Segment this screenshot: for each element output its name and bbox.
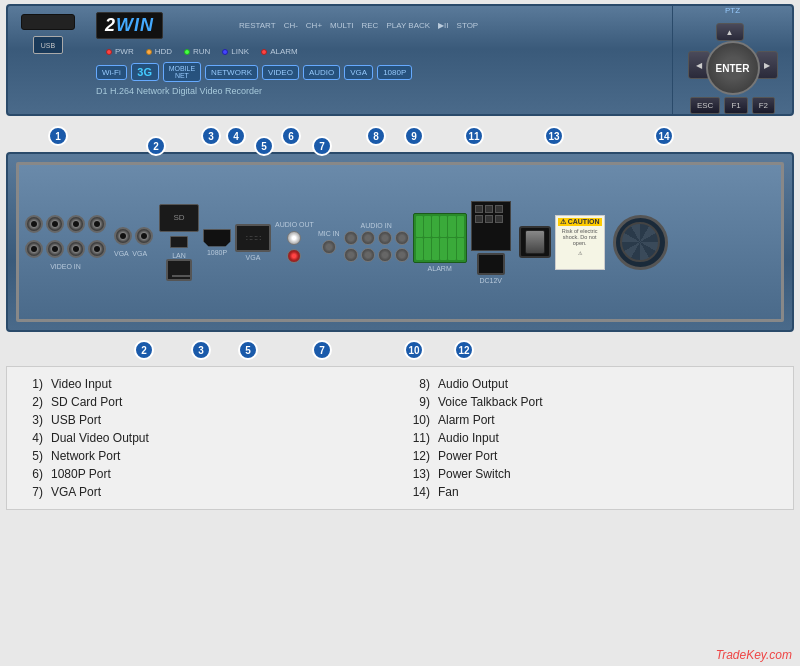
bnc-7[interactable] (67, 240, 85, 258)
ir-port (21, 14, 75, 30)
sd-slot[interactable]: SD (159, 204, 199, 232)
power-switch[interactable] (519, 226, 551, 258)
callout-12-bottom: 12 (454, 340, 474, 360)
alarm-indicator: ALARM (261, 47, 298, 56)
callout-9: 9 (404, 126, 424, 146)
legend-item-10: 10) Alarm Port (410, 411, 777, 429)
mic-rca[interactable] (322, 240, 336, 254)
bnc-3[interactable] (67, 215, 85, 233)
callout-2-bottom: 2 (134, 340, 154, 360)
video-output-section: VGA VGA (112, 223, 155, 261)
stop-btn[interactable]: STOP (457, 21, 479, 30)
front-panel: 2WIN RESTART CH- CH+ MULTI REC PLAY BACK… (6, 4, 794, 116)
audio-out-rca-2[interactable] (287, 249, 301, 263)
play-pause-btn[interactable]: ▶II (438, 21, 448, 30)
audio-in-section: AUDIO IN (344, 222, 409, 262)
legend-item-4: 4) Dual Video Output (23, 429, 390, 447)
bnc-5[interactable] (25, 240, 43, 258)
legend-item-13: 13) Power Switch (410, 465, 777, 483)
vga-port[interactable] (235, 224, 271, 252)
callout-5: 5 (254, 136, 274, 156)
power-port-section: DC12V (471, 201, 511, 284)
audio-out-rca-1[interactable] (287, 231, 301, 245)
audio-in-rca-4[interactable] (395, 231, 409, 245)
restart-btn[interactable]: RESTART (239, 21, 276, 30)
hdmi-port[interactable] (203, 229, 231, 247)
audio-in-rca-7[interactable] (378, 248, 392, 262)
usb-front-port[interactable] (33, 36, 63, 54)
callout-3: 3 (201, 126, 221, 146)
legend: 1) Video Input 2) SD Card Port 3) USB Po… (6, 366, 794, 510)
audio-out-section: AUDIO OUT (275, 221, 314, 263)
power-switch-section (519, 226, 551, 258)
mic-section: MIC IN (318, 230, 340, 254)
wifi-btn[interactable]: Wi-Fi (96, 65, 127, 80)
legend-item-12: 12) Power Port (410, 447, 777, 465)
3g-btn[interactable]: 3G (131, 63, 159, 81)
hdd-indicator: HDD (146, 47, 172, 56)
callout-10-bottom: 10 (404, 340, 424, 360)
legend-item-14: 14) Fan (410, 483, 777, 501)
f1-btn[interactable]: F1 (724, 97, 747, 114)
rec-btn[interactable]: REC (361, 21, 378, 30)
callout-13: 13 (544, 126, 564, 146)
ch-minus-btn[interactable]: CH- (284, 21, 298, 30)
audio-btn[interactable]: AUDIO (303, 65, 340, 80)
vga-btn[interactable]: VGA (344, 65, 373, 80)
bnc-4[interactable] (88, 215, 106, 233)
callout-6: 6 (281, 126, 301, 146)
alarm-block (471, 201, 511, 251)
fan-vent (613, 215, 668, 270)
f2-btn[interactable]: F2 (752, 97, 775, 114)
bnc-2[interactable] (46, 215, 64, 233)
1080p-btn[interactable]: 1080P (377, 65, 412, 80)
callout-4: 4 (226, 126, 246, 146)
callout-14: 14 (654, 126, 674, 146)
audio-in-rca-1[interactable] (344, 231, 358, 245)
sd-card-section: SD LAN (159, 204, 199, 281)
legend-item-9: 9) Voice Talkback Port (410, 393, 777, 411)
watermark: TradeKey.com (716, 648, 792, 662)
audio-in-rca-5[interactable] (344, 248, 358, 262)
multi-btn[interactable]: MULTI (330, 21, 353, 30)
playback-btn[interactable]: PLAY BACK (386, 21, 430, 30)
caution-sticker: ⚠ CAUTION Risk of electric shock. Do not… (555, 215, 605, 270)
usb-port[interactable] (170, 236, 188, 248)
bnc-8[interactable] (88, 240, 106, 258)
audio-in-rca-2[interactable] (361, 231, 375, 245)
ch-plus-btn[interactable]: CH+ (306, 21, 322, 30)
video-input-section: VIDEO IN (23, 211, 108, 274)
fan-section (613, 215, 668, 270)
audio-in-rca-3[interactable] (378, 231, 392, 245)
enter-btn[interactable]: ENTER (706, 41, 760, 95)
nav-up-btn[interactable]: ▲ (716, 23, 744, 41)
callout-11: 11 (464, 126, 484, 146)
legend-item-5: 5) Network Port (23, 447, 390, 465)
bnc-6[interactable] (46, 240, 64, 258)
video-btn[interactable]: VIDEO (262, 65, 299, 80)
back-panel: VIDEO IN VGA VGA SD LAN (6, 152, 794, 332)
bnc-out-1[interactable] (114, 227, 132, 245)
hdmi-section: 1080P (203, 229, 231, 256)
back-panel-wrapper: 1 2 3 4 5 6 7 8 9 11 13 14 (6, 122, 794, 364)
audio-in-rca-8[interactable] (395, 248, 409, 262)
callout-2: 2 (146, 136, 166, 156)
bnc-out-2[interactable] (135, 227, 153, 245)
esc-btn[interactable]: ESC (690, 97, 720, 114)
dc12v-connector[interactable] (477, 253, 505, 275)
legend-item-6: 6) 1080P Port (23, 465, 390, 483)
network-btn[interactable]: NETWORK (205, 65, 258, 80)
audio-in-rca-6[interactable] (361, 248, 375, 262)
mobile-net-btn[interactable]: MOBILENET (163, 62, 201, 82)
run-indicator: RUN (184, 47, 210, 56)
callout-1: 1 (48, 126, 68, 146)
legend-item-3: 3) USB Port (23, 411, 390, 429)
bnc-1[interactable] (25, 215, 43, 233)
ptz-label: PTZ (725, 6, 740, 15)
legend-item-1: 1) Video Input (23, 375, 390, 393)
legend-item-8: 8) Audio Output (410, 375, 777, 393)
terminal-block (413, 213, 467, 263)
callout-7: 7 (312, 136, 332, 156)
lan-port[interactable] (166, 259, 192, 281)
alarm-section: ALARM (413, 213, 467, 272)
